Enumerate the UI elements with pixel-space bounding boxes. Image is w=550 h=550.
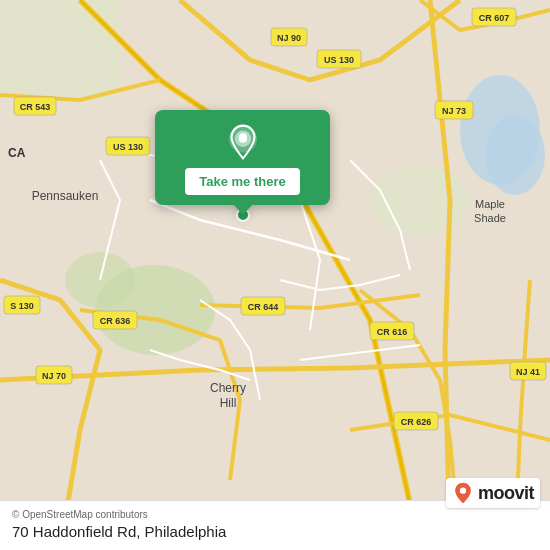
moovit-pin-icon <box>452 482 474 504</box>
svg-text:CR 543: CR 543 <box>20 102 51 112</box>
svg-point-43 <box>238 133 246 141</box>
svg-text:Pennsauken: Pennsauken <box>32 189 99 203</box>
svg-text:Maple: Maple <box>475 198 505 210</box>
svg-text:US 130: US 130 <box>324 55 354 65</box>
svg-text:CR 616: CR 616 <box>377 327 408 337</box>
svg-text:Cherry: Cherry <box>210 381 246 395</box>
svg-text:NJ 73: NJ 73 <box>442 106 466 116</box>
location-pin-icon <box>225 124 261 160</box>
address-label: 70 Haddonfield Rd, Philadelphia <box>12 523 538 540</box>
svg-text:NJ 41: NJ 41 <box>516 367 540 377</box>
svg-text:CR 626: CR 626 <box>401 417 432 427</box>
take-me-there-button[interactable]: Take me there <box>185 168 299 195</box>
svg-rect-5 <box>0 0 120 100</box>
svg-text:NJ 70: NJ 70 <box>42 371 66 381</box>
location-popup: Take me there <box>155 110 330 205</box>
map-container: CR 607 NJ 90 US 130 CR 543 US 130 NJ 73 … <box>0 0 550 550</box>
svg-text:Shade: Shade <box>474 212 506 224</box>
svg-text:NJ 90: NJ 90 <box>277 33 301 43</box>
svg-text:CR 644: CR 644 <box>248 302 279 312</box>
svg-point-44 <box>460 488 466 494</box>
moovit-logo: moovit <box>446 478 540 508</box>
svg-text:Hill: Hill <box>220 396 237 410</box>
svg-text:US 130: US 130 <box>113 142 143 152</box>
svg-text:CA: CA <box>8 146 26 160</box>
svg-text:CR 607: CR 607 <box>479 13 510 23</box>
map-attribution: © OpenStreetMap contributors <box>12 509 538 520</box>
svg-text:CR 636: CR 636 <box>100 316 131 326</box>
svg-point-2 <box>485 115 545 195</box>
map-background: CR 607 NJ 90 US 130 CR 543 US 130 NJ 73 … <box>0 0 550 550</box>
svg-text:S 130: S 130 <box>10 301 34 311</box>
moovit-brand-text: moovit <box>478 483 534 504</box>
